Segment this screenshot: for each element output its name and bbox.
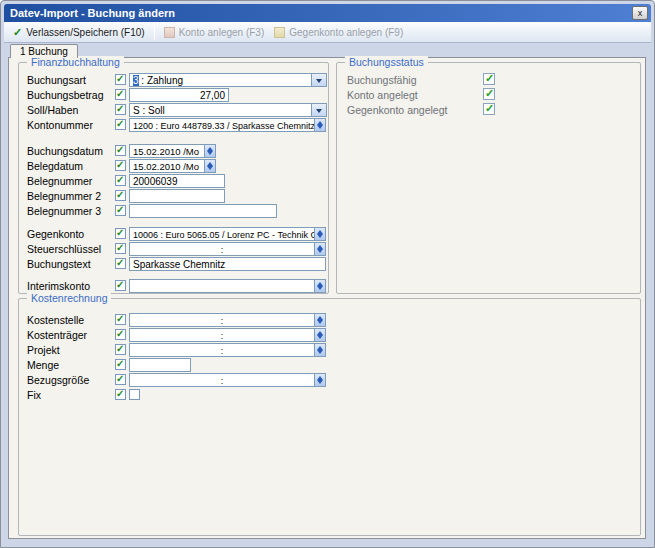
toolbar-separator	[154, 25, 155, 40]
soll-haben-enable-checkbox[interactable]	[115, 104, 126, 115]
row-belegnummer2: Belegnummer 2	[19, 189, 328, 203]
toolbar: ✓ Verlassen/Speichern (F10) Konto anlege…	[4, 22, 651, 43]
buchungsdatum-input[interactable]: 15.02.2010 /Mo	[129, 144, 205, 158]
tab-1-buchung[interactable]: 1 Buchung	[10, 44, 78, 58]
group-kostenrechnung: Kostenrechnung Kostenstelle : Kostenträg…	[18, 298, 641, 536]
konto-angelegt-label: Konto angelegt	[347, 89, 418, 101]
projekt-label: Projekt	[27, 344, 60, 356]
bezugsgroesse-spinner-icon[interactable]	[315, 373, 326, 387]
buchungsdatum-spinner-icon[interactable]	[205, 144, 216, 158]
kostenstelle-enable-checkbox[interactable]	[115, 314, 126, 325]
belegnummer2-input[interactable]	[129, 189, 225, 203]
menge-input[interactable]	[129, 358, 191, 372]
gegenkonto-angelegt-label: Gegenkonto angelegt	[347, 104, 447, 116]
menge-label: Menge	[27, 359, 59, 371]
verlassen-speichern-label: Verlassen/Speichern (F10)	[26, 27, 144, 38]
content-panel: Finanzbuchhaltung Buchungsart 3 : Zahlun…	[8, 57, 646, 539]
gegenkonto-spinner-icon[interactable]	[315, 227, 326, 241]
belegnummer3-enable-checkbox[interactable]	[115, 205, 126, 216]
fix-value-checkbox[interactable]	[129, 389, 140, 400]
belegnummer-enable-checkbox[interactable]	[115, 175, 126, 186]
menge-enable-checkbox[interactable]	[115, 359, 126, 370]
row-belegdatum: Belegdatum 15.02.2010 /Mo	[19, 159, 328, 173]
row-buchungsfaehig: Buchungsfähig	[337, 73, 640, 87]
kostenstelle-label: Kostenstelle	[27, 314, 84, 326]
kostentraeger-spinner-icon[interactable]	[315, 328, 326, 342]
interimskonto-spinner-icon[interactable]	[315, 279, 326, 293]
kontonummer-spinner-icon[interactable]	[315, 118, 326, 132]
belegnummer3-input[interactable]	[129, 204, 277, 218]
window-title: Datev-Import - Buchung ändern	[4, 7, 175, 19]
verlassen-speichern-button[interactable]: ✓ Verlassen/Speichern (F10)	[8, 23, 150, 41]
kostentraeger-enable-checkbox[interactable]	[115, 329, 126, 340]
buchungsart-label: Buchungsart	[27, 74, 86, 86]
projekt-combo[interactable]: :	[129, 343, 315, 357]
steuerschluessel-spinner-icon[interactable]	[315, 242, 326, 256]
steuerschluessel-enable-checkbox[interactable]	[115, 243, 126, 254]
belegnummer-input[interactable]: 20006039	[129, 174, 225, 188]
kontonummer-label: Kontonummer	[27, 119, 93, 131]
buchungsbetrag-label: Buchungsbetrag	[27, 89, 103, 101]
kontonummer-enable-checkbox[interactable]	[115, 119, 126, 130]
group-finanzbuchhaltung: Finanzbuchhaltung Buchungsart 3 : Zahlun…	[18, 62, 329, 294]
kostentraeger-label: Kostenträger	[27, 329, 87, 341]
belegdatum-enable-checkbox[interactable]	[115, 160, 126, 171]
close-button[interactable]: x	[632, 6, 648, 20]
interimskonto-enable-checkbox[interactable]	[115, 280, 126, 291]
bezugsgroesse-combo[interactable]: :	[129, 373, 315, 387]
row-gegenkonto: Gegenkonto 10006 : Euro 5065.05 / Lorenz…	[19, 227, 328, 241]
close-icon: x	[638, 8, 643, 18]
row-buchungstext: Buchungstext Sparkasse Chemnitz	[19, 257, 328, 271]
belegdatum-input[interactable]: 15.02.2010 /Mo	[129, 159, 205, 173]
row-gegenkonto-angelegt: Gegenkonto angelegt	[337, 103, 640, 117]
buchungsart-enable-checkbox[interactable]	[115, 74, 126, 85]
gegenkonto-anlegen-label: Gegenkonto anlegen (F9)	[289, 27, 403, 38]
group-buchungsstatus: Buchungsstatus Buchungsfähig Konto angel…	[336, 62, 641, 294]
steuerschluessel-combo[interactable]: :	[129, 242, 315, 256]
group-title-kostenrechnung: Kostenrechnung	[27, 292, 111, 305]
row-projekt: Projekt :	[19, 343, 640, 357]
row-interimskonto: Interimskonto	[19, 279, 328, 293]
bezugsgroesse-label: Bezugsgröße	[27, 374, 89, 386]
buchungsbetrag-enable-checkbox[interactable]	[115, 89, 126, 100]
interimskonto-label: Interimskonto	[27, 280, 90, 292]
row-fix: Fix	[19, 388, 640, 402]
projekt-spinner-icon[interactable]	[315, 343, 326, 357]
soll-haben-label: Soll/Haben	[27, 104, 78, 116]
fix-enable-checkbox[interactable]	[115, 389, 126, 400]
row-steuerschluessel: Steuerschlüssel :	[19, 242, 328, 256]
buchungsbetrag-input[interactable]: 27,00	[129, 88, 229, 102]
row-kontonummer: Kontonummer 1200 : Euro 448789.33 / Spar…	[19, 118, 328, 132]
buchungstext-label: Buchungstext	[27, 258, 91, 270]
kostenstelle-spinner-icon[interactable]	[315, 313, 326, 327]
buchungsfaehig-label: Buchungsfähig	[347, 74, 416, 86]
titlebar[interactable]: Datev-Import - Buchung ändern x	[4, 4, 651, 22]
row-soll-haben: Soll/Haben S : Soll	[19, 103, 328, 117]
belegnummer2-enable-checkbox[interactable]	[115, 190, 126, 201]
dropdown-arrow-icon[interactable]	[311, 104, 326, 116]
row-menge: Menge	[19, 358, 640, 372]
gegenkonto-enable-checkbox[interactable]	[115, 228, 126, 239]
buchungsart-select[interactable]: 3 : Zahlung	[129, 73, 327, 87]
gegenkonto-angelegt-status-checkbox	[483, 103, 495, 115]
projekt-enable-checkbox[interactable]	[115, 344, 126, 355]
row-kostentraeger: Kostenträger :	[19, 328, 640, 342]
soll-haben-select[interactable]: S : Soll	[129, 103, 327, 117]
steuerschluessel-label: Steuerschlüssel	[27, 243, 101, 255]
datev-import-window: Datev-Import - Buchung ändern x ✓ Verlas…	[0, 0, 655, 548]
interimskonto-combo[interactable]	[129, 279, 315, 293]
kostentraeger-combo[interactable]: :	[129, 328, 315, 342]
kostenstelle-combo[interactable]: :	[129, 313, 315, 327]
group-title-buchungsstatus: Buchungsstatus	[345, 56, 428, 69]
buchungsart-value: : Zahlung	[139, 75, 183, 86]
dropdown-arrow-icon[interactable]	[311, 74, 326, 86]
buchungstext-input[interactable]: Sparkasse Chemnitz	[129, 257, 326, 271]
buchungstext-enable-checkbox[interactable]	[115, 258, 126, 269]
gegenkonto-anlegen-button: Gegenkonto anlegen (F9)	[269, 23, 408, 41]
kontonummer-combo[interactable]: 1200 : Euro 448789.33 / Sparkasse Chemni…	[129, 118, 315, 132]
buchungsdatum-enable-checkbox[interactable]	[115, 145, 126, 156]
bezugsgroesse-enable-checkbox[interactable]	[115, 374, 126, 385]
gegenkonto-combo[interactable]: 10006 : Euro 5065.05 / Lorenz PC - Techn…	[129, 227, 315, 241]
belegdatum-spinner-icon[interactable]	[205, 159, 216, 173]
konto-angelegt-status-checkbox	[483, 88, 495, 100]
